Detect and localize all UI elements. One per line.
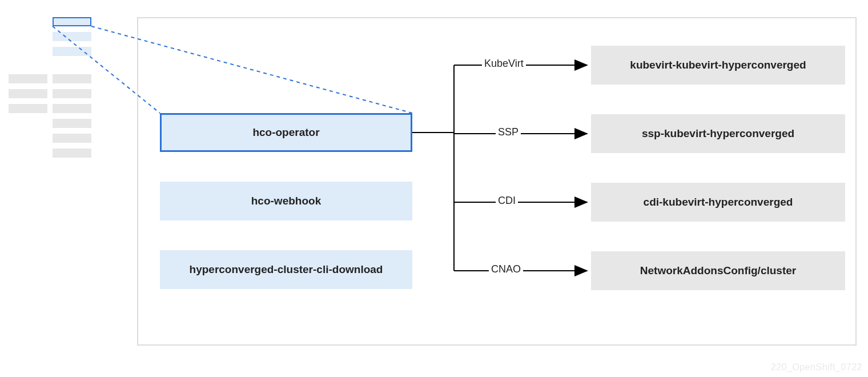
- edge-label-ssp: SSP: [496, 126, 521, 138]
- node-label: hyperconverged-cluster-cli-download: [190, 263, 383, 276]
- thumbnail-item: [9, 89, 47, 98]
- diagram-node-cli-download: hyperconverged-cluster-cli-download: [160, 250, 412, 289]
- node-label: NetworkAddonsConfig/cluster: [640, 264, 796, 277]
- edge-label-kubevirt: KubeVirt: [482, 58, 526, 70]
- node-label: hco-operator: [252, 126, 319, 139]
- thumbnail-item: [9, 74, 47, 83]
- thumbnail-item: [53, 104, 91, 113]
- thumbnail-item: [53, 74, 91, 83]
- edge-label-cdi: CDI: [496, 195, 518, 207]
- thumbnail-item: [53, 119, 91, 128]
- thumbnail-item: [9, 104, 47, 113]
- thumbnail-item: [53, 47, 91, 56]
- watermark-text: 220_OpenShift_0722: [771, 362, 862, 372]
- diagram-node-cdi: cdi-kubevirt-hyperconverged: [591, 183, 845, 222]
- thumbnail-highlight-item: [53, 17, 91, 26]
- thumbnail-item: [53, 149, 91, 158]
- diagram-node-hco-webhook: hco-webhook: [160, 182, 412, 220]
- edge-label-cnao: CNAO: [489, 263, 523, 275]
- diagram-node-hco-operator: hco-operator: [160, 113, 412, 152]
- node-label: ssp-kubevirt-hyperconverged: [642, 127, 794, 140]
- node-label: cdi-kubevirt-hyperconverged: [644, 196, 793, 208]
- diagram-node-cnao: NetworkAddonsConfig/cluster: [591, 251, 845, 290]
- node-label: hco-webhook: [251, 195, 321, 207]
- thumbnail-item: [53, 134, 91, 143]
- thumbnail-item: [53, 89, 91, 98]
- diagram-node-kubevirt: kubevirt-kubevirt-hyperconverged: [591, 46, 845, 85]
- node-label: kubevirt-kubevirt-hyperconverged: [630, 59, 806, 71]
- thumbnail-item: [53, 32, 91, 41]
- diagram-node-ssp: ssp-kubevirt-hyperconverged: [591, 114, 845, 153]
